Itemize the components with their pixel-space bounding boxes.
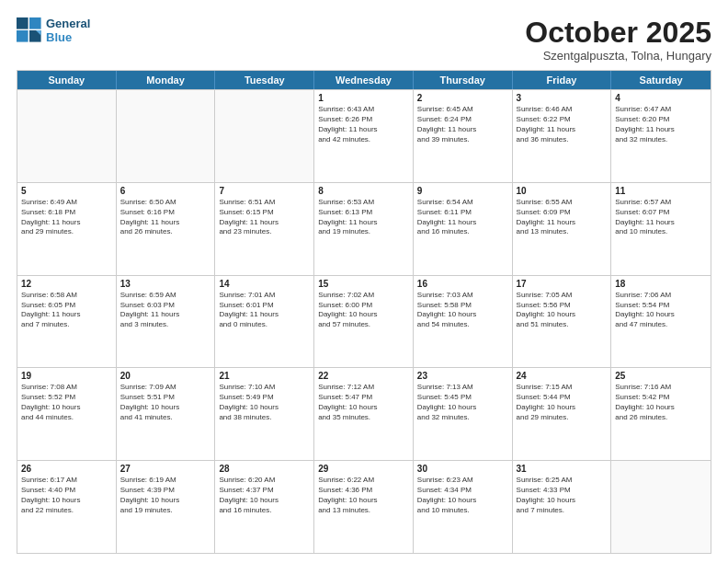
day-info: Sunrise: 7:12 AM Sunset: 5:47 PM Dayligh…: [318, 383, 409, 422]
day-info: Sunrise: 6:19 AM Sunset: 4:39 PM Dayligh…: [120, 476, 211, 515]
calendar-cell: 10Sunrise: 6:55 AM Sunset: 6:09 PM Dayli…: [513, 183, 612, 275]
calendar-cell: 9Sunrise: 6:54 AM Sunset: 6:11 PM Daylig…: [414, 183, 513, 275]
day-info: Sunrise: 6:50 AM Sunset: 6:16 PM Dayligh…: [120, 198, 211, 237]
day-info: Sunrise: 6:46 AM Sunset: 6:22 PM Dayligh…: [517, 105, 608, 144]
day-number: 28: [219, 464, 310, 474]
day-info: Sunrise: 7:10 AM Sunset: 5:49 PM Dayligh…: [219, 383, 310, 422]
calendar-title: October 2025: [525, 17, 711, 49]
calendar-cell: 25Sunrise: 7:16 AM Sunset: 5:42 PM Dayli…: [611, 368, 711, 460]
calendar-cell: 19Sunrise: 7:08 AM Sunset: 5:52 PM Dayli…: [17, 368, 117, 460]
day-number: 1: [318, 93, 409, 103]
calendar-cell: [611, 461, 711, 553]
weekday-header: Tuesday: [215, 71, 314, 89]
day-number: 16: [417, 279, 508, 289]
calendar-subtitle: Szentgalpuszta, Tolna, Hungary: [525, 49, 711, 63]
calendar-cell: 4Sunrise: 6:47 AM Sunset: 6:20 PM Daylig…: [611, 90, 711, 182]
calendar-week-row: 5Sunrise: 6:49 AM Sunset: 6:18 PM Daylig…: [17, 182, 711, 275]
day-info: Sunrise: 7:02 AM Sunset: 6:00 PM Dayligh…: [318, 291, 409, 330]
day-info: Sunrise: 7:15 AM Sunset: 5:44 PM Dayligh…: [517, 383, 608, 422]
day-number: 19: [21, 371, 112, 381]
day-number: 30: [417, 464, 508, 474]
day-info: Sunrise: 6:49 AM Sunset: 6:18 PM Dayligh…: [21, 198, 112, 237]
day-info: Sunrise: 6:22 AM Sunset: 4:36 PM Dayligh…: [318, 476, 409, 515]
calendar-cell: [117, 90, 216, 182]
logo-icon: [17, 17, 42, 43]
calendar-cell: 31Sunrise: 6:25 AM Sunset: 4:33 PM Dayli…: [513, 461, 612, 553]
day-number: 10: [517, 186, 608, 196]
calendar-week-row: 19Sunrise: 7:08 AM Sunset: 5:52 PM Dayli…: [17, 367, 711, 460]
calendar-cell: 23Sunrise: 7:13 AM Sunset: 5:45 PM Dayli…: [414, 368, 513, 460]
calendar-cell: 8Sunrise: 6:53 AM Sunset: 6:13 PM Daylig…: [314, 183, 414, 275]
weekday-header: Wednesday: [314, 71, 414, 89]
calendar-cell: 28Sunrise: 6:20 AM Sunset: 4:37 PM Dayli…: [215, 461, 314, 553]
calendar: SundayMondayTuesdayWednesdayThursdayFrid…: [17, 70, 711, 554]
day-number: 17: [517, 279, 608, 289]
day-number: 20: [120, 371, 211, 381]
day-number: 3: [517, 93, 608, 103]
calendar-week-row: 1Sunrise: 6:43 AM Sunset: 6:26 PM Daylig…: [17, 89, 711, 182]
day-number: 7: [219, 186, 310, 196]
calendar-cell: 12Sunrise: 6:58 AM Sunset: 6:05 PM Dayli…: [17, 276, 117, 368]
calendar-cell: 24Sunrise: 7:15 AM Sunset: 5:44 PM Dayli…: [513, 368, 612, 460]
day-number: 5: [21, 186, 112, 196]
weekday-header: Thursday: [414, 71, 513, 89]
day-info: Sunrise: 6:55 AM Sunset: 6:09 PM Dayligh…: [517, 198, 608, 237]
title-area: October 2025 Szentgalpuszta, Tolna, Hung…: [525, 17, 711, 63]
logo: General Blue: [17, 17, 90, 44]
calendar-cell: 20Sunrise: 7:09 AM Sunset: 5:51 PM Dayli…: [117, 368, 216, 460]
day-number: 24: [517, 371, 608, 381]
day-info: Sunrise: 6:51 AM Sunset: 6:15 PM Dayligh…: [219, 198, 310, 237]
day-info: Sunrise: 6:54 AM Sunset: 6:11 PM Dayligh…: [417, 198, 508, 237]
calendar-cell: 29Sunrise: 6:22 AM Sunset: 4:36 PM Dayli…: [314, 461, 414, 553]
calendar-cell: 21Sunrise: 7:10 AM Sunset: 5:49 PM Dayli…: [215, 368, 314, 460]
day-info: Sunrise: 6:47 AM Sunset: 6:20 PM Dayligh…: [615, 105, 707, 144]
day-info: Sunrise: 6:53 AM Sunset: 6:13 PM Dayligh…: [318, 198, 409, 237]
day-info: Sunrise: 6:17 AM Sunset: 4:40 PM Dayligh…: [21, 476, 112, 515]
calendar-cell: 11Sunrise: 6:57 AM Sunset: 6:07 PM Dayli…: [611, 183, 711, 275]
day-info: Sunrise: 7:03 AM Sunset: 5:58 PM Dayligh…: [417, 291, 508, 330]
day-number: 6: [120, 186, 211, 196]
calendar-cell: 15Sunrise: 7:02 AM Sunset: 6:00 PM Dayli…: [314, 276, 414, 368]
day-info: Sunrise: 7:05 AM Sunset: 5:56 PM Dayligh…: [517, 291, 608, 330]
logo-text: General Blue: [46, 17, 90, 44]
day-info: Sunrise: 7:13 AM Sunset: 5:45 PM Dayligh…: [417, 383, 508, 422]
calendar-cell: 26Sunrise: 6:17 AM Sunset: 4:40 PM Dayli…: [17, 461, 117, 553]
calendar-cell: 3Sunrise: 6:46 AM Sunset: 6:22 PM Daylig…: [513, 90, 612, 182]
calendar-cell: 13Sunrise: 6:59 AM Sunset: 6:03 PM Dayli…: [117, 276, 216, 368]
calendar-week-row: 12Sunrise: 6:58 AM Sunset: 6:05 PM Dayli…: [17, 275, 711, 368]
calendar-cell: 16Sunrise: 7:03 AM Sunset: 5:58 PM Dayli…: [414, 276, 513, 368]
calendar-cell: 30Sunrise: 6:23 AM Sunset: 4:34 PM Dayli…: [414, 461, 513, 553]
calendar-cell: 2Sunrise: 6:45 AM Sunset: 6:24 PM Daylig…: [414, 90, 513, 182]
day-info: Sunrise: 7:01 AM Sunset: 6:01 PM Dayligh…: [219, 291, 310, 330]
day-info: Sunrise: 7:08 AM Sunset: 5:52 PM Dayligh…: [21, 383, 112, 422]
day-number: 15: [318, 279, 409, 289]
day-number: 8: [318, 186, 409, 196]
day-number: 12: [21, 279, 112, 289]
calendar-cell: 17Sunrise: 7:05 AM Sunset: 5:56 PM Dayli…: [513, 276, 612, 368]
calendar-cell: 14Sunrise: 7:01 AM Sunset: 6:01 PM Dayli…: [215, 276, 314, 368]
day-info: Sunrise: 6:43 AM Sunset: 6:26 PM Dayligh…: [318, 105, 409, 144]
day-info: Sunrise: 6:57 AM Sunset: 6:07 PM Dayligh…: [615, 198, 707, 237]
day-info: Sunrise: 7:09 AM Sunset: 5:51 PM Dayligh…: [120, 383, 211, 422]
day-number: 18: [615, 279, 707, 289]
day-number: 13: [120, 279, 211, 289]
day-number: 4: [615, 93, 707, 103]
day-info: Sunrise: 6:25 AM Sunset: 4:33 PM Dayligh…: [517, 476, 608, 515]
day-info: Sunrise: 7:16 AM Sunset: 5:42 PM Dayligh…: [615, 383, 707, 422]
calendar-cell: 22Sunrise: 7:12 AM Sunset: 5:47 PM Dayli…: [314, 368, 414, 460]
day-number: 2: [417, 93, 508, 103]
day-info: Sunrise: 6:23 AM Sunset: 4:34 PM Dayligh…: [417, 476, 508, 515]
day-number: 23: [417, 371, 508, 381]
weekday-header: Saturday: [611, 71, 711, 89]
day-number: 26: [21, 464, 112, 474]
day-number: 29: [318, 464, 409, 474]
day-number: 9: [417, 186, 508, 196]
day-number: 21: [219, 371, 310, 381]
calendar-cell: 1Sunrise: 6:43 AM Sunset: 6:26 PM Daylig…: [314, 90, 414, 182]
day-number: 25: [615, 371, 707, 381]
weekday-header: Friday: [513, 71, 612, 89]
calendar-cell: 7Sunrise: 6:51 AM Sunset: 6:15 PM Daylig…: [215, 183, 314, 275]
day-info: Sunrise: 6:59 AM Sunset: 6:03 PM Dayligh…: [120, 291, 211, 330]
day-number: 31: [517, 464, 608, 474]
header: General Blue October 2025 Szentgalpuszta…: [17, 17, 711, 63]
